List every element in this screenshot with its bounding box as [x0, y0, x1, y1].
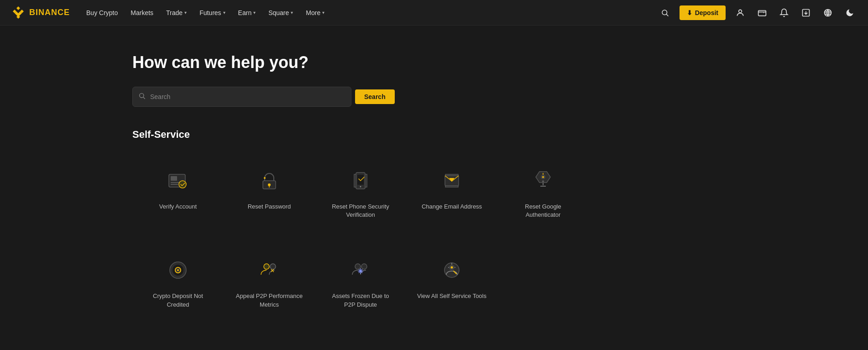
verify-account-icon [163, 166, 193, 195]
user-icon-btn[interactable] [733, 5, 748, 20]
reset-password-label: Reset Password [248, 203, 291, 211]
svg-point-5 [662, 10, 667, 15]
view-all-icon [437, 256, 466, 285]
nav-earn[interactable]: Earn ▾ [233, 5, 261, 20]
svg-point-53 [451, 266, 453, 269]
nav-trade[interactable]: Trade ▾ [161, 5, 192, 20]
search-icon [661, 9, 669, 17]
svg-line-6 [666, 14, 668, 16]
service-reset-password[interactable]: Reset Password [224, 159, 315, 226]
download-icon-btn[interactable] [799, 5, 813, 20]
service-row-2: Crypto Deposit Not Credited Appeal P2P P… [132, 248, 736, 316]
reset-password-icon [255, 166, 284, 195]
more-chevron: ▾ [322, 10, 324, 15]
download-icon [801, 8, 810, 17]
nav-futures[interactable]: Futures ▾ [194, 5, 230, 20]
service-appeal-p2p[interactable]: Appeal P2P Performance Metrics [224, 248, 315, 316]
svg-point-42 [361, 264, 367, 269]
svg-point-29 [542, 176, 544, 178]
service-view-all[interactable]: View All Self Service Tools [406, 248, 497, 316]
nav-links: Buy Crypto Markets Trade ▾ Futures ▾ Ear… [81, 5, 658, 20]
earn-chevron: ▾ [253, 10, 256, 15]
nav-square[interactable]: Square ▾ [263, 5, 298, 20]
self-service-title: Self-Service [132, 129, 736, 141]
futures-chevron: ▾ [223, 10, 225, 15]
binance-logo[interactable]: BINANCE [11, 5, 70, 20]
svg-point-21 [264, 177, 266, 179]
svg-point-11 [140, 94, 144, 98]
crypto-deposit-icon [163, 256, 193, 285]
reset-phone-icon [346, 166, 375, 195]
service-crypto-deposit[interactable]: Crypto Deposit Not Credited [132, 248, 224, 316]
bell-icon-btn[interactable] [777, 5, 791, 20]
trade-chevron: ▾ [184, 10, 187, 15]
main-content: How can we help you? Search Self-Service [0, 26, 868, 350]
change-email-label: Change Email Address [422, 203, 482, 211]
search-bar [132, 87, 351, 107]
svg-rect-8 [758, 10, 766, 16]
globe-icon [823, 8, 832, 17]
search-input[interactable] [150, 93, 345, 100]
bell-icon [779, 8, 789, 17]
wallet-icon [758, 8, 767, 17]
nav-more[interactable]: More ▾ [300, 5, 330, 20]
reset-phone-label: Reset Phone Security Verification [326, 203, 395, 219]
svg-line-12 [143, 97, 145, 99]
service-reset-google[interactable]: Reset Google Authenticator [497, 159, 589, 226]
moon-icon [845, 8, 854, 17]
navbar: BINANCE Buy Crypto Markets Trade ▾ Futur… [0, 0, 868, 26]
appeal-p2p-label: Appeal P2P Performance Metrics [235, 292, 304, 308]
assets-frozen-icon [346, 256, 375, 285]
svg-point-37 [264, 264, 269, 269]
svg-rect-23 [357, 175, 364, 185]
navbar-right: ⬇ Deposit [658, 5, 857, 20]
nav-markets[interactable]: Markets [125, 5, 159, 20]
crypto-deposit-label: Crypto Deposit Not Credited [143, 292, 213, 308]
binance-logo-icon [11, 5, 26, 20]
globe-icon-btn[interactable] [821, 5, 835, 20]
reset-google-icon [528, 166, 558, 195]
svg-point-38 [270, 264, 276, 269]
appeal-p2p-icon [255, 256, 284, 285]
hero-title: How can we help you? [132, 53, 736, 72]
verify-account-label: Verify Account [159, 203, 197, 211]
view-all-label: View All Self Service Tools [417, 292, 486, 300]
search-bar-icon [138, 92, 146, 101]
service-assets-frozen[interactable]: Assets Frozen Due to P2P Dispute [315, 248, 406, 316]
search-icon-btn[interactable] [658, 5, 672, 20]
svg-rect-14 [171, 176, 177, 181]
service-reset-phone[interactable]: Reset Phone Security Verification [315, 159, 406, 226]
wallet-icon-btn[interactable] [755, 5, 769, 20]
brand-name: BINANCE [29, 8, 70, 17]
nav-buy-crypto[interactable]: Buy Crypto [81, 5, 123, 20]
square-chevron: ▾ [291, 10, 293, 15]
service-change-email[interactable]: Change Email Address [406, 159, 497, 226]
change-email-icon [437, 166, 466, 195]
svg-point-17 [179, 181, 186, 188]
theme-toggle-btn[interactable] [842, 5, 857, 20]
hero-section: How can we help you? Search [132, 53, 736, 107]
svg-point-7 [739, 10, 742, 13]
service-verify-account[interactable]: Verify Account [132, 159, 224, 226]
deposit-button[interactable]: ⬇ Deposit [680, 5, 726, 20]
service-row-1: Verify Account Reset Password [132, 159, 736, 226]
search-button[interactable]: Search [355, 89, 395, 104]
user-icon [736, 8, 745, 17]
svg-point-24 [360, 186, 361, 188]
svg-point-19 [268, 183, 271, 186]
svg-point-41 [355, 264, 361, 269]
assets-frozen-label: Assets Frozen Due to P2P Dispute [326, 292, 395, 308]
reset-google-label: Reset Google Authenticator [508, 203, 578, 219]
self-service-section: Self-Service Verify Account [132, 129, 736, 316]
svg-marker-0 [16, 6, 20, 10]
svg-point-36 [177, 269, 179, 271]
